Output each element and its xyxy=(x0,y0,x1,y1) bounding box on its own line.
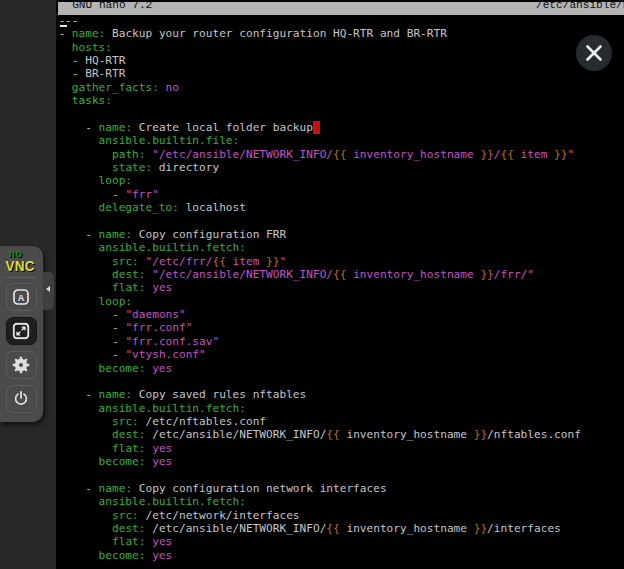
svg-text:A: A xyxy=(18,292,25,302)
